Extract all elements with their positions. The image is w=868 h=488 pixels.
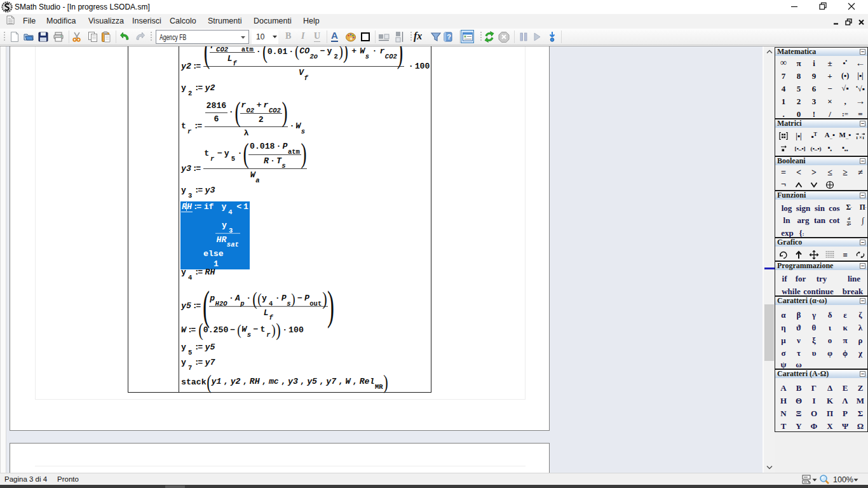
svg-text:?: ? [447, 33, 451, 41]
svg-text:×: × [859, 135, 862, 140]
svg-text:ı: ı [863, 135, 865, 140]
svg-text:ı: ı [857, 135, 858, 140]
